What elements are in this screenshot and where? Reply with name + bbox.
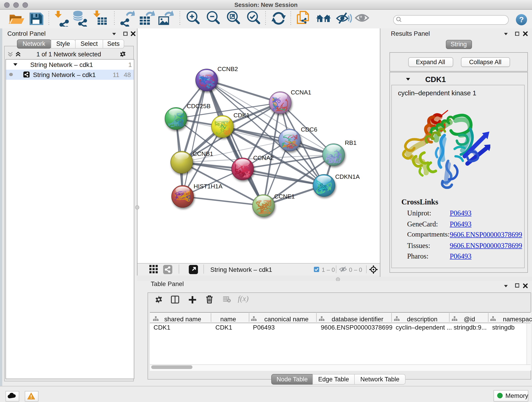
- svg-text:CDKN1A: CDKN1A: [335, 173, 360, 180]
- svg-text:CCNB1: CCNB1: [193, 150, 213, 157]
- svg-text:?: ?: [519, 15, 524, 24]
- svg-text:CCNA1: CCNA1: [291, 89, 311, 96]
- svg-text:CCNE1: CCNE1: [274, 193, 295, 200]
- svg-text:CCNB2: CCNB2: [217, 65, 238, 72]
- svg-text:CDK1: CDK1: [234, 112, 249, 119]
- svg-text:CDC25B: CDC25B: [187, 103, 210, 109]
- svg-text:RB1: RB1: [345, 139, 356, 146]
- svg-text:CCNA2: CCNA2: [253, 154, 273, 161]
- svg-text:HIST1H1A: HIST1H1A: [194, 183, 223, 190]
- svg-text:CDC6: CDC6: [301, 126, 317, 133]
